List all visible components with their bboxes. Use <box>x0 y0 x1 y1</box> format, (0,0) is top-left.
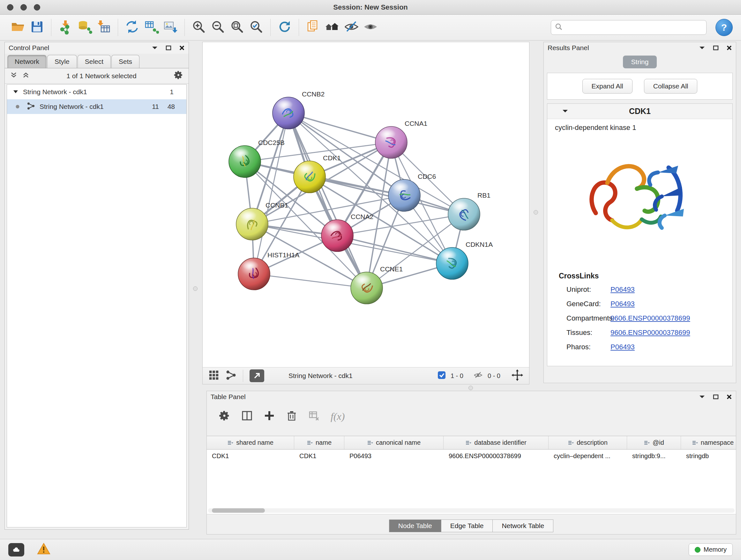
close-panel-icon[interactable] <box>726 394 732 400</box>
cell-database-identifier[interactable]: 9606.ENSP00000378699 <box>444 449 549 462</box>
network-node-ccnb2[interactable] <box>273 97 305 129</box>
cell-canonical-name[interactable]: P06493 <box>344 449 444 462</box>
network-collection-row[interactable]: String Network - cdk1 1 <box>7 84 186 99</box>
collapse-all-icon[interactable] <box>10 71 17 80</box>
network-share-icon[interactable] <box>226 370 237 382</box>
splitter-handle[interactable] <box>534 210 538 214</box>
tissues-link[interactable]: 9606.ENSP00000378699 <box>610 328 690 337</box>
save-session-button[interactable] <box>27 17 47 38</box>
gear-icon[interactable] <box>173 70 184 82</box>
cell-shared-name[interactable]: CDK1 <box>207 449 294 462</box>
network-node-ccna1[interactable] <box>375 126 407 159</box>
pan-crosshair-icon[interactable] <box>511 369 523 383</box>
delete-table-icon <box>308 410 320 423</box>
network-node-ccnb1[interactable] <box>236 208 268 240</box>
cell-namespace[interactable]: stringdb <box>681 449 736 462</box>
table-row[interactable]: CDK1 CDK1 P06493 9606.ENSP00000378699 cy… <box>207 449 736 462</box>
open-session-button[interactable] <box>8 17 27 38</box>
help-button[interactable]: ? <box>716 19 733 36</box>
refresh-button[interactable] <box>275 17 294 38</box>
panel-menu-icon[interactable] <box>699 395 705 399</box>
genecard-link[interactable]: P06493 <box>610 300 635 308</box>
network-row-selected[interactable]: String Network - cdk1 11 48 <box>7 99 186 114</box>
float-panel-icon[interactable] <box>165 45 172 51</box>
pharos-link[interactable]: P06493 <box>610 343 635 351</box>
network-node-ccne1[interactable] <box>351 272 383 304</box>
splitter-handle[interactable] <box>468 386 473 390</box>
new-table-from-network-button[interactable] <box>142 17 161 38</box>
delete-column-icon[interactable] <box>286 410 297 423</box>
uniprot-link[interactable]: P06493 <box>610 286 635 294</box>
node-label-rb1: RB1 <box>477 192 490 199</box>
float-panel-icon[interactable] <box>713 45 719 51</box>
import-network-from-database-button[interactable] <box>75 17 94 38</box>
panel-menu-icon[interactable] <box>699 46 705 50</box>
network-graph[interactable]: CCNB2CCNA1CDC25BCDK1CDC6RB1CCNB1CCNA2CDK… <box>203 42 530 367</box>
zoom-in-button[interactable] <box>189 17 208 38</box>
hide-glass-button[interactable] <box>342 17 361 38</box>
horizontal-scrollbar[interactable] <box>208 508 735 513</box>
column-header[interactable]: namespace <box>681 436 736 449</box>
tab-string[interactable]: String <box>623 56 657 68</box>
tab-node-table[interactable]: Node Table <box>389 519 441 532</box>
cell-id[interactable]: stringdb:9... <box>627 449 681 462</box>
column-header[interactable]: canonical name <box>344 436 444 449</box>
cell-description[interactable]: cyclin–dependent ... <box>549 449 627 462</box>
expand-all-icon[interactable] <box>22 71 30 80</box>
network-node-cdc25b[interactable] <box>229 145 261 178</box>
zoom-out-button[interactable] <box>208 17 227 38</box>
network-node-cdc6[interactable] <box>388 179 420 211</box>
column-header[interactable]: name <box>294 436 344 449</box>
section-collapse-icon[interactable] <box>562 108 568 115</box>
gear-icon[interactable] <box>218 410 230 423</box>
show-glass-button[interactable] <box>361 17 380 38</box>
column-header[interactable]: @id <box>627 436 681 449</box>
import-network-from-file-button[interactable] <box>56 17 75 38</box>
zoom-fit-button[interactable] <box>227 17 247 38</box>
open-in-new-window-button[interactable] <box>250 369 264 382</box>
cloud-button[interactable] <box>8 543 24 557</box>
grid-view-icon[interactable] <box>208 370 219 382</box>
tab-select[interactable]: Select <box>77 55 111 68</box>
import-table-from-file-button[interactable] <box>94 17 113 38</box>
network-canvas[interactable]: CCNB2CCNA1CDC25BCDK1CDC6RB1CCNB1CCNA2CDK… <box>203 42 529 367</box>
close-panel-icon[interactable] <box>179 45 185 51</box>
column-header[interactable]: shared name <box>207 436 294 449</box>
column-header[interactable]: database identifier <box>444 436 549 449</box>
tab-sets[interactable]: Sets <box>111 55 139 68</box>
network-node-cdkn1a[interactable] <box>436 247 468 279</box>
tab-style[interactable]: Style <box>47 55 77 68</box>
collapse-all-button[interactable]: Collapse All <box>644 79 697 94</box>
compartments-link[interactable]: 9606.ENSP00000378699 <box>610 314 690 322</box>
zoom-selected-icon <box>249 19 264 36</box>
network-from-selected-button[interactable] <box>123 17 142 38</box>
splitter-handle[interactable] <box>193 287 198 291</box>
network-node-hist1h1a[interactable] <box>238 258 270 290</box>
tab-edge-table[interactable]: Edge Table <box>441 519 493 532</box>
string-home-button[interactable] <box>323 17 342 38</box>
tab-network-table[interactable]: Network Table <box>492 519 553 532</box>
scrollbar-thumb[interactable] <box>212 508 265 513</box>
warning-icon[interactable] <box>37 543 51 557</box>
expand-all-button[interactable]: Expand All <box>583 79 632 94</box>
network-node-ccna2[interactable] <box>321 220 353 252</box>
search-input[interactable] <box>565 24 702 31</box>
export-image-button[interactable] <box>161 17 180 38</box>
add-column-icon[interactable] <box>264 410 275 423</box>
tab-network[interactable]: Network <box>7 55 47 68</box>
close-panel-icon[interactable] <box>726 45 732 51</box>
cell-name[interactable]: CDK1 <box>294 449 344 462</box>
panel-menu-icon[interactable] <box>151 46 158 50</box>
selected-checkbox-icon[interactable] <box>437 371 446 381</box>
show-columns-icon[interactable] <box>241 410 253 423</box>
hidden-eye-strike-icon[interactable] <box>473 370 483 382</box>
column-header[interactable]: description <box>549 436 627 449</box>
network-node-cdk1[interactable] <box>293 161 326 193</box>
tree-expand-icon[interactable] <box>13 88 18 96</box>
zoom-selected-button[interactable] <box>247 17 266 38</box>
memory-button[interactable]: Memory <box>689 543 733 556</box>
float-panel-icon[interactable] <box>713 394 719 399</box>
results-actions-box: Expand All Collapse All <box>547 73 733 100</box>
network-node-rb1[interactable] <box>448 198 480 230</box>
copy-document-button[interactable] <box>304 17 323 38</box>
